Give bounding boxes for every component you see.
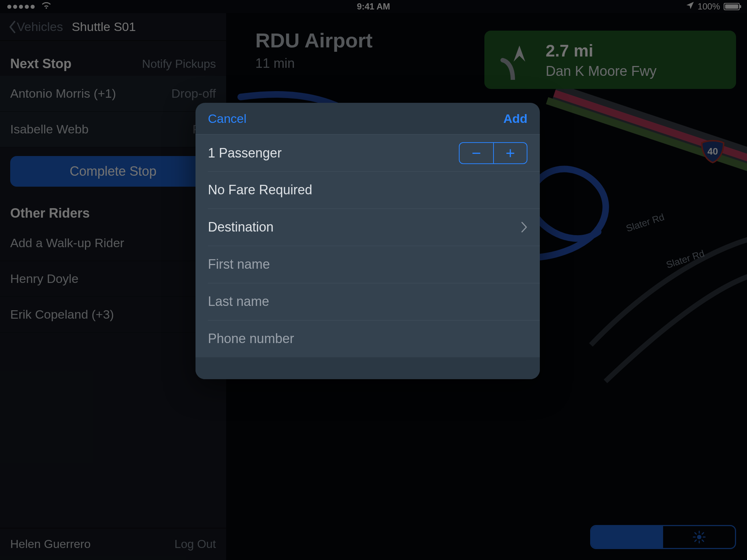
passenger-increment-button[interactable]: + — [493, 143, 527, 163]
destination-row[interactable]: Destination — [196, 209, 540, 246]
firstname-placeholder: First name — [208, 257, 270, 272]
chevron-right-icon — [521, 222, 527, 233]
passenger-decrement-button[interactable]: − — [460, 143, 493, 163]
firstname-field[interactable]: First name — [196, 246, 540, 283]
lastname-field[interactable]: Last name — [196, 283, 540, 320]
cancel-button[interactable]: Cancel — [208, 112, 247, 126]
phone-field[interactable]: Phone number — [196, 320, 540, 357]
add-button[interactable]: Add — [503, 112, 527, 126]
passenger-count-row: 1 Passenger − + — [196, 134, 540, 171]
add-rider-popover: Cancel Add 1 Passenger − + No Fare Requi… — [196, 103, 540, 379]
passenger-stepper: − + — [459, 142, 527, 164]
passenger-count-label: 1 Passenger — [208, 145, 282, 161]
fare-row[interactable]: No Fare Required — [196, 171, 540, 209]
popover-nav: Cancel Add — [196, 103, 540, 134]
phone-placeholder: Phone number — [208, 331, 294, 346]
destination-label: Destination — [208, 219, 274, 235]
fare-label: No Fare Required — [208, 182, 312, 198]
lastname-placeholder: Last name — [208, 294, 269, 309]
